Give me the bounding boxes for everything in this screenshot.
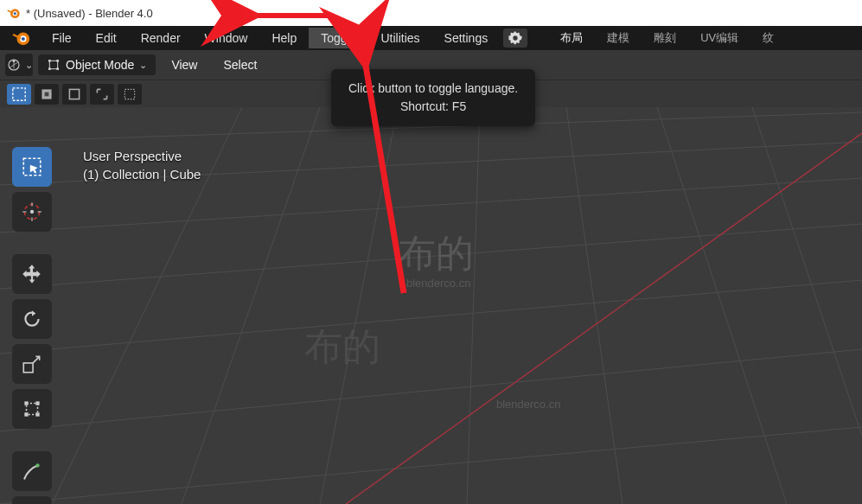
menu-toggle[interactable]: Toggle [309, 28, 368, 48]
svg-rect-39 [24, 401, 28, 405]
dashed-square-icon [123, 87, 137, 101]
dashed-box-icon [11, 86, 27, 102]
svg-rect-42 [35, 412, 39, 416]
svg-rect-9 [48, 60, 51, 62]
cursor-3d-icon [21, 201, 43, 223]
mode-label: Object Mode [66, 58, 134, 72]
transform-icon [21, 398, 43, 420]
select-mode-4[interactable] [90, 84, 114, 105]
workspace-tabs: 布局 建模 雕刻 UV编辑 纹 [548, 26, 786, 50]
svg-point-36 [30, 210, 34, 214]
svg-rect-10 [56, 60, 59, 62]
svg-rect-16 [69, 89, 79, 99]
tooltip-line2: Shortcut: F5 [348, 98, 518, 116]
select-mode-2[interactable] [35, 84, 59, 105]
rotate-icon [21, 308, 43, 330]
pencil-icon [21, 460, 43, 482]
menu-help[interactable]: Help [259, 28, 309, 48]
svg-rect-41 [24, 412, 28, 416]
menu-utilities[interactable]: Utilities [368, 28, 431, 48]
svg-point-43 [35, 463, 39, 467]
svg-rect-12 [56, 67, 59, 70]
menu-edit[interactable]: Edit [84, 28, 129, 48]
svg-rect-15 [45, 92, 49, 96]
tool-measure[interactable] [12, 496, 52, 504]
blender-menu-logo-icon[interactable] [12, 29, 31, 48]
svg-point-2 [14, 12, 16, 15]
tool-select-box[interactable] [12, 147, 52, 187]
workspace-tab-uvedit[interactable]: UV编辑 [688, 27, 750, 49]
object-mode-icon [47, 58, 61, 72]
menu-settings[interactable]: Settings [432, 28, 501, 48]
workspace-tab-texture[interactable]: 纹 [750, 27, 786, 49]
header-select[interactable]: Select [213, 54, 267, 75]
select-box-icon [21, 156, 43, 178]
svg-rect-37 [23, 363, 33, 373]
select-mode-5[interactable] [118, 84, 142, 105]
tooltip-line1: Click button to toggle language. [348, 80, 518, 98]
tool-cursor[interactable] [12, 192, 52, 232]
chevron-down-icon: ⌄ [139, 60, 147, 71]
select-mode-3[interactable] [62, 84, 86, 105]
viewport-info: User Perspective (1) Collection | Cube [83, 149, 201, 182]
svg-rect-8 [49, 61, 57, 68]
menu-window[interactable]: Window [193, 28, 260, 48]
svg-rect-40 [35, 401, 39, 405]
tool-rotate[interactable] [12, 299, 52, 339]
editor-type-button[interactable]: ⌄ [5, 54, 33, 76]
move-icon [21, 263, 43, 285]
workspace-tab-modeling[interactable]: 建模 [595, 27, 642, 49]
svg-point-5 [22, 37, 25, 41]
blender-logo-icon [7, 6, 21, 20]
header-view[interactable]: View [161, 54, 208, 75]
svg-rect-17 [125, 89, 134, 99]
viewport-icon [6, 57, 22, 73]
menu-file[interactable]: File [40, 28, 84, 48]
workspace-tab-layout[interactable]: 布局 [548, 27, 595, 49]
expand-icon [95, 87, 109, 101]
view-collection-label: (1) Collection | Cube [83, 167, 201, 182]
svg-rect-11 [48, 67, 51, 70]
tooltip: Click button to toggle language. Shortcu… [331, 69, 535, 126]
tool-move[interactable] [12, 254, 52, 294]
scale-icon [21, 353, 43, 375]
top-menubar: File Edit Render Window Help Toggle Util… [0, 26, 862, 50]
mode-dropdown[interactable]: Object Mode ⌄ [38, 54, 156, 75]
chevron-down-icon: ⌄ [25, 60, 33, 71]
workspace-tab-sculpt[interactable]: 雕刻 [642, 27, 688, 49]
tool-annotate[interactable] [12, 451, 52, 491]
select-mode-box[interactable] [7, 84, 31, 105]
window-titlebar: * (Unsaved) - Blender 4.0 [0, 0, 862, 26]
menu-render[interactable]: Render [129, 28, 193, 48]
tool-scale[interactable] [12, 344, 52, 384]
left-toolbar [12, 147, 54, 504]
square-small-icon [40, 87, 54, 101]
window-title: * (Unsaved) - Blender 4.0 [26, 7, 153, 20]
settings-gear-button[interactable] [503, 29, 527, 48]
tool-transform[interactable] [12, 389, 52, 429]
view-perspective-label: User Perspective [83, 149, 201, 163]
svg-rect-13 [13, 87, 25, 99]
3d-viewport[interactable]: blenderco.cn 布的 blenderco.cn 布的 blenderc… [0, 107, 862, 504]
square-outline-icon [67, 87, 81, 101]
gear-icon [508, 31, 522, 45]
